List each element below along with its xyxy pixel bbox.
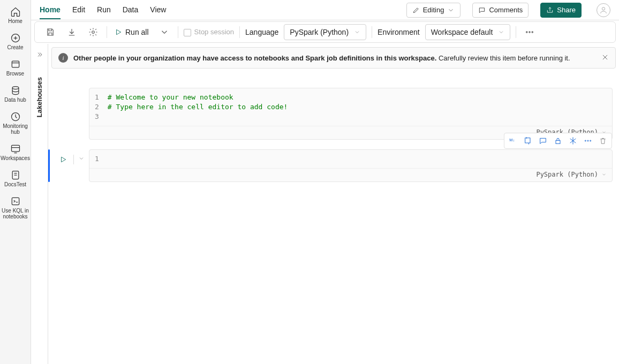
svg-rect-14 (556, 140, 560, 143)
svg-point-15 (585, 140, 586, 141)
gear-icon (88, 27, 98, 37)
more-cell-button[interactable] (580, 134, 595, 147)
banner-text: Other people in your organization may ha… (73, 54, 570, 62)
language-select[interactable]: PySpark (Python) (284, 24, 366, 40)
share-button[interactable]: Share (540, 3, 582, 18)
cell-editor[interactable]: M↓1PySpark (Python) (89, 149, 613, 182)
chevron-down-icon (498, 29, 504, 35)
svg-point-2 (12, 87, 19, 89)
nav-use-kql[interactable]: Use KQL in notebooks (1, 194, 30, 223)
share-icon (546, 6, 554, 14)
run-all-dropdown[interactable] (156, 24, 172, 40)
nav-monitoring-hub-label: Monitoring hub (1, 123, 30, 135)
cell-gutter (48, 149, 89, 182)
nav-create[interactable]: Create (1, 31, 30, 54)
info-icon: i (58, 53, 68, 63)
chevron-down-icon (447, 6, 455, 14)
editing-mode-button[interactable]: Editing (406, 3, 461, 18)
more-cell-icon (584, 136, 592, 145)
environment-select[interactable]: Workspace default (425, 24, 511, 40)
cell-toolbar: M↓ (504, 133, 612, 149)
main-area: Home Edit Run Data View Editing Comments… (31, 0, 619, 364)
cells-container: 123# Welcome to your new notebook# Type … (48, 72, 619, 364)
nav-docstest-label: DocsTest (4, 181, 26, 187)
monitoring-icon (10, 111, 21, 122)
nav-workspaces[interactable]: Workspaces (1, 141, 30, 164)
chevron-down-icon (601, 172, 607, 177)
freeze-cell-icon (569, 136, 577, 145)
lock-cell-icon (554, 136, 562, 145)
user-avatar[interactable] (597, 3, 610, 17)
nav-home[interactable]: Home (1, 4, 30, 27)
banner-rest: Carefully review this item before runnin… (439, 54, 570, 62)
banner-close-button[interactable] (601, 54, 609, 63)
close-icon (601, 54, 609, 61)
tab-data[interactable]: Data (123, 1, 139, 19)
convert-cell-icon (524, 136, 532, 145)
svg-point-9 (526, 32, 527, 33)
share-label: Share (557, 6, 576, 14)
code-lines[interactable] (108, 154, 607, 164)
nav-browse[interactable]: Browse (1, 57, 30, 80)
line-numbers: 1 (95, 154, 108, 164)
download-icon (67, 27, 77, 37)
home-icon (10, 6, 21, 17)
code-lines[interactable]: # Welcome to your new notebook# Type her… (108, 93, 607, 122)
tab-run[interactable]: Run (97, 1, 111, 19)
plus-circle-icon (10, 33, 21, 43)
delete-cell-button[interactable] (595, 134, 610, 147)
play-icon (115, 28, 122, 36)
more-options-button[interactable] (522, 24, 538, 40)
comment-cell-button[interactable] (535, 134, 550, 147)
svg-point-8 (92, 31, 95, 34)
run-cell-button[interactable] (56, 153, 70, 166)
cell-language-label: PySpark (Python) (536, 171, 598, 178)
run-all-button[interactable]: Run all (112, 27, 151, 37)
code-cell[interactable]: M↓1PySpark (Python) (48, 149, 613, 182)
cell-gutter (48, 88, 89, 140)
left-navigation-rail: Home Create Browse Data hub Monitoring h… (0, 0, 31, 364)
svg-rect-13 (525, 138, 530, 143)
language-value: PySpark (Python) (290, 28, 349, 36)
svg-point-10 (529, 32, 530, 33)
tab-home[interactable]: Home (40, 1, 61, 19)
comments-button[interactable]: Comments (472, 3, 529, 18)
cell-language-selector[interactable]: PySpark (Python) (89, 168, 612, 181)
kql-icon (10, 196, 21, 207)
stop-session-button[interactable]: Stop session (184, 28, 234, 36)
settings-button[interactable] (85, 24, 101, 40)
data-hub-icon (10, 85, 21, 96)
freeze-cell-button[interactable] (565, 134, 580, 147)
delete-cell-icon (599, 136, 607, 145)
explorer-title[interactable]: Lakehouses (35, 77, 43, 117)
lock-cell-button[interactable] (550, 134, 565, 147)
svg-rect-4 (11, 145, 19, 151)
cell-editor[interactable]: 123# Welcome to your new notebook# Type … (89, 88, 613, 140)
svg-point-7 (602, 7, 605, 10)
play-icon (59, 156, 67, 163)
svg-rect-1 (12, 61, 19, 67)
workspaces-icon (10, 143, 21, 154)
comments-label: Comments (489, 6, 523, 14)
nav-docstest[interactable]: DocsTest (1, 168, 30, 191)
download-button[interactable] (64, 24, 80, 40)
nav-monitoring-hub[interactable]: Monitoring hub (1, 109, 30, 138)
nav-home-label: Home (8, 18, 22, 24)
convert-cell-button[interactable] (520, 134, 535, 147)
notebook-content: i Other people in your organization may … (48, 44, 619, 364)
markdown-toggle-icon: M↓ (509, 136, 517, 145)
environment-value: Workspace default (431, 28, 493, 36)
markdown-toggle-button[interactable]: M↓ (505, 134, 520, 147)
chevron-down-icon (354, 29, 360, 35)
expand-explorer-button[interactable] (33, 48, 46, 61)
environment-label: Environment (378, 28, 420, 36)
run-cell-dropdown[interactable] (77, 153, 86, 162)
nav-create-label: Create (7, 44, 23, 50)
tab-edit[interactable]: Edit (72, 1, 85, 19)
tab-view[interactable]: View (150, 1, 166, 19)
code-cell[interactable]: 123# Welcome to your new notebook# Type … (48, 88, 613, 140)
save-button[interactable] (42, 24, 58, 40)
nav-data-hub[interactable]: Data hub (1, 83, 30, 106)
chevron-right-double-icon (36, 51, 43, 58)
comment-cell-icon (539, 136, 547, 145)
